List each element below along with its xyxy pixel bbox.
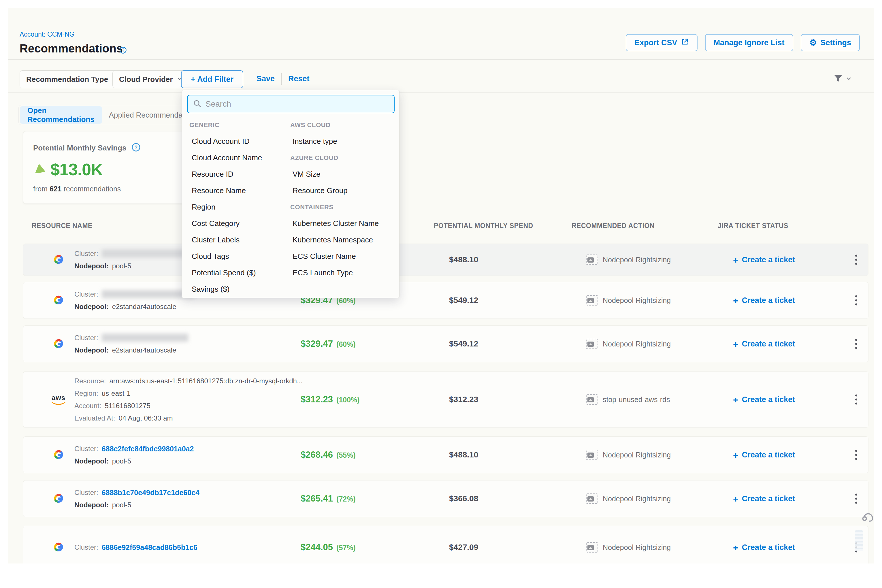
dropdown-item[interactable]: Cloud Tags	[189, 248, 262, 265]
row-menu-kebab-icon[interactable]	[853, 492, 860, 506]
create-ticket-button[interactable]: +Create a ticket	[733, 296, 795, 305]
create-ticket-button[interactable]: +Create a ticket	[733, 450, 795, 459]
resource-detail-line: Region:us-east-1	[74, 389, 303, 398]
create-ticket-button[interactable]: +Create a ticket	[733, 395, 795, 404]
column-header-recommended-action: RECOMMENDED ACTION	[572, 222, 655, 230]
dropdown-item[interactable]: Cluster Labels	[189, 232, 262, 248]
tab-open-recommendations[interactable]: Open Recommendations	[20, 106, 102, 124]
dropdown-item[interactable]: ECS Launch Type	[290, 265, 379, 281]
dropdown-item[interactable]: Kubernetes Cluster Name	[290, 215, 379, 232]
recommended-action: Nodepool Rightsizing	[586, 255, 671, 265]
nodepool-action-icon	[586, 494, 598, 504]
table-row[interactable]: Cluster:6888b1c70e49db17c1de60c4Nodepool…	[23, 480, 868, 517]
savings-amount: $268.46	[301, 450, 333, 460]
table-row[interactable]: Cluster:)iNodepool:e2standar4autoscale$3…	[23, 282, 868, 319]
dropdown-item[interactable]: ECS Cluster Name	[290, 248, 379, 265]
cluster-link[interactable]: 688c2fefc84fbdc99801a0a2	[102, 444, 194, 453]
dropdown-item[interactable]: Potential Spend ($)	[189, 265, 262, 281]
export-csv-button[interactable]: Export CSV	[626, 34, 698, 51]
plus-icon: +	[733, 297, 738, 304]
savings-percent: (100%)	[336, 396, 360, 404]
dropdown-item[interactable]: Savings ($)	[189, 281, 262, 297]
dropdown-item[interactable]: Kubernetes Namespace	[290, 232, 379, 248]
resource-details: Cluster:6888b1c70e49db17c1de60c4Nodepool…	[74, 488, 200, 509]
funnel-icon	[832, 73, 844, 86]
potential-monthly-spend-value: $549.12	[449, 296, 478, 305]
filter-chip-recommendation-type[interactable]: Recommendation Type	[20, 70, 124, 88]
nodepool-action-icon	[586, 295, 598, 306]
dropdown-item[interactable]: Cost Category	[189, 215, 262, 232]
create-ticket-button[interactable]: +Create a ticket	[733, 494, 795, 503]
potential-monthly-spend-value: $549.12	[449, 339, 478, 348]
field-value: pool-5	[112, 501, 131, 509]
save-filter-link[interactable]: Save	[256, 74, 275, 83]
gcp-logo-icon	[50, 337, 67, 351]
dropdown-item[interactable]: Cloud Account ID	[189, 133, 262, 150]
help-icon[interactable]: ?	[131, 142, 141, 153]
external-link-icon	[681, 38, 689, 48]
table-row[interactable]: awsResource:arn:aws:rds:us-east-1:511616…	[23, 371, 868, 428]
row-menu-kebab-icon[interactable]	[853, 448, 860, 462]
potential-monthly-savings-value: $268.46(55%)	[301, 450, 356, 460]
manage-ignore-list-button[interactable]: Manage Ignore List	[705, 34, 793, 51]
gcp-logo-icon	[50, 253, 67, 266]
recommended-action-label: Nodepool Rightsizing	[603, 495, 671, 503]
table-row[interactable]: Cluster:6886e92f59a48cad86b5b1c6$244.05(…	[23, 526, 868, 564]
resource-detail-line: Nodepool:e2standar4autoscale	[74, 302, 200, 311]
row-menu-kebab-icon[interactable]	[853, 392, 860, 407]
field-value: 511616801275	[105, 402, 150, 410]
row-menu-kebab-icon[interactable]	[853, 293, 860, 308]
field-label: Account:	[74, 402, 101, 410]
resource-details: Resource:arn:aws:rds:us-east-1:511616801…	[74, 377, 303, 423]
field-value: e2standar4autoscale	[112, 346, 176, 354]
dropdown-column: GENERICCloud Account IDCloud Account Nam…	[189, 117, 262, 297]
savings-leaf-icon	[33, 163, 46, 176]
recommended-action: Nodepool Rightsizing	[586, 339, 671, 349]
dropdown-item[interactable]: Region	[189, 199, 262, 215]
field-label: Resource:	[74, 377, 106, 386]
dropdown-item[interactable]: Resource Group	[290, 183, 379, 199]
potential-monthly-spend-value: $488.10	[449, 450, 478, 459]
row-menu-kebab-icon[interactable]	[853, 252, 860, 267]
table-row[interactable]: Cluster:Nodepool:e2standar4autoscale$329…	[23, 326, 868, 362]
plus-icon: +	[733, 256, 738, 263]
dropdown-item[interactable]: Instance type	[290, 133, 379, 150]
gcp-logo-icon	[50, 492, 67, 505]
add-filter-button[interactable]: + Add Filter	[181, 70, 243, 88]
add-filter-dropdown: GENERICCloud Account IDCloud Account Nam…	[182, 90, 399, 298]
dropdown-item[interactable]: Resource Name	[189, 183, 262, 199]
resource-details: Cluster:Nodepool:e2standar4autoscale	[74, 333, 188, 354]
cluster-link[interactable]: 6886e92f59a48cad86b5b1c6	[102, 543, 198, 552]
scrollbar-thumb[interactable]	[855, 530, 863, 551]
info-icon[interactable]	[119, 46, 127, 56]
savings-percent: (72%)	[336, 495, 356, 503]
nodepool-action-icon	[586, 542, 598, 552]
field-value: pool-5	[112, 262, 131, 270]
create-ticket-button[interactable]: +Create a ticket	[733, 339, 795, 348]
dropdown-item[interactable]: VM Size	[290, 166, 379, 183]
dropdown-section-header: GENERIC	[189, 117, 262, 133]
create-ticket-button[interactable]: +Create a ticket	[733, 255, 795, 264]
cluster-link[interactable]: 6888b1c70e49db17c1de60c4	[102, 488, 200, 497]
account-breadcrumb-link[interactable]: Account: CCM-NG	[20, 30, 74, 38]
settings-button[interactable]: ⚙ Settings	[801, 34, 860, 51]
field-value: e2standar4autoscale	[112, 302, 176, 311]
redacted-value	[102, 290, 194, 298]
table-row[interactable]: Cluster:688c2fefc84fbdc99801a0a2Nodepool…	[23, 436, 868, 473]
reset-filter-link[interactable]: Reset	[288, 74, 310, 83]
filter-funnel-button[interactable]	[832, 73, 852, 86]
field-label: Nodepool:	[74, 457, 109, 465]
column-header-jira-ticket-status: JIRA TICKET STATUS	[718, 222, 788, 230]
table-row[interactable]: Cluster:Nodepool:pool-5$488.10Nodepool R…	[23, 243, 868, 276]
row-menu-kebab-icon[interactable]	[853, 337, 860, 351]
recommended-action-label: Nodepool Rightsizing	[603, 296, 671, 304]
filter-chip-cloud-provider[interactable]: Cloud Provider	[112, 70, 189, 88]
search-input[interactable]	[206, 99, 389, 109]
create-ticket-label: Create a ticket	[742, 255, 795, 264]
create-ticket-button[interactable]: +Create a ticket	[733, 543, 795, 552]
support-headset-icon[interactable]	[861, 510, 874, 525]
gcp-logo-icon	[50, 294, 67, 307]
dropdown-item[interactable]: Resource ID	[189, 166, 262, 183]
potential-monthly-savings-value: $265.41(72%)	[301, 494, 356, 504]
dropdown-item[interactable]: Cloud Account Name	[189, 150, 262, 166]
